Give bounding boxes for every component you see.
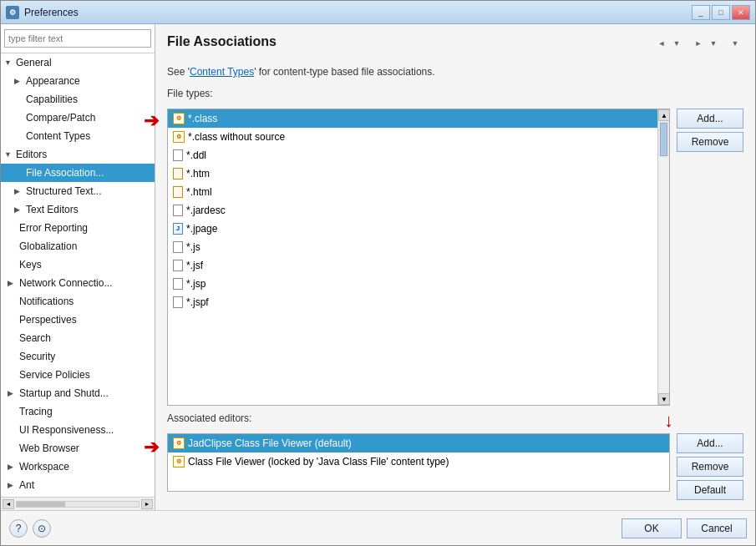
sidebar-item-service-policies[interactable]: ▶ Service Policies — [1, 366, 155, 384]
close-button[interactable]: ✕ — [732, 5, 750, 20]
list-item-label: JadClipse Class File Viewer (default) — [188, 436, 352, 451]
sidebar-item-appearance[interactable]: ▶ Appearance — [1, 72, 155, 90]
assoc-default-button[interactable]: Default — [677, 480, 743, 500]
sidebar-item-label: Web Browser — [19, 441, 79, 456]
list-item[interactable]: *.jspf — [168, 293, 657, 311]
sidebar-item-network[interactable]: ▶ Network Connectio... — [1, 274, 155, 292]
list-item-label: *.html — [186, 185, 212, 200]
sidebar-item-security[interactable]: ▶ Security — [1, 347, 155, 366]
scrollbar-thumb[interactable] — [660, 123, 667, 156]
sidebar-item-workspace[interactable]: ▶ Workspace — [1, 458, 155, 476]
file-types-list-wrap: ⚙ *.class ⚙ *.class without source *.ddl — [167, 109, 670, 406]
search-input[interactable] — [4, 29, 151, 48]
scrollbar-up-btn[interactable]: ▲ — [658, 109, 670, 121]
sidebar-item-startup[interactable]: ▶ Startup and Shutd... — [1, 384, 155, 402]
minimize-button[interactable]: _ — [692, 5, 710, 20]
sidebar-hscrollbar[interactable]: ◄ ► — [1, 497, 155, 510]
help-context-button[interactable]: ⊙ — [33, 519, 51, 538]
sidebar-item-text-editors[interactable]: ▶ Text Editors — [1, 200, 155, 219]
file-types-scrollbar[interactable]: ▲ ▼ — [657, 109, 669, 405]
list-item-label: *.class — [188, 111, 217, 126]
associated-section: ↓ ➔ ⚙ JadClipse Class File Viewer (defau… — [167, 433, 743, 500]
scroll-track — [16, 501, 140, 508]
sidebar-item-perspectives[interactable]: ▶ Perspectives — [1, 311, 155, 329]
file-add-button[interactable]: Add... — [677, 109, 743, 129]
expand-arrow-workspace: ▶ — [8, 459, 18, 474]
titlebar: ⚙ Preferences _ □ ✕ — [1, 1, 755, 24]
cancel-button[interactable]: Cancel — [687, 518, 747, 538]
sidebar-item-error-reporting[interactable]: ▶ Error Reporting — [1, 219, 155, 237]
nav-forward-button[interactable]: ► — [690, 36, 707, 51]
sidebar-item-label: Keys — [19, 257, 42, 272]
sidebar-item-label: Perspectives — [19, 312, 77, 327]
panel-title: File Associations — [167, 34, 277, 49]
sidebar-item-label: UI Responsiveness... — [19, 422, 114, 437]
sidebar-item-ui-responsiveness[interactable]: ▶ UI Responsiveness... — [1, 421, 155, 439]
nav-forward-dropdown[interactable]: ▼ — [708, 36, 718, 51]
list-item[interactable]: ⚙ *.class — [168, 109, 657, 128]
sidebar-item-globalization[interactable]: ▶ Globalization — [1, 237, 155, 255]
sidebar-item-label: General — [16, 55, 52, 70]
sidebar-item-label: Globalization — [19, 239, 77, 254]
associated-editors-list-wrap: ⚙ JadClipse Class File Viewer (default) … — [167, 433, 670, 492]
list-item[interactable]: *.jardesc — [168, 201, 657, 220]
list-item[interactable]: *.html — [168, 183, 657, 201]
nav-back-button[interactable]: ◄ — [653, 36, 670, 51]
list-item[interactable]: ⚙ *.class without source — [168, 128, 657, 146]
sidebar-item-label: Content Types — [26, 129, 90, 144]
sidebar-item-search[interactable]: ▶ Search — [1, 329, 155, 347]
ok-button[interactable]: OK — [622, 518, 682, 538]
list-item[interactable]: *.htm — [168, 164, 657, 183]
window-title: Preferences — [24, 7, 692, 18]
list-item[interactable]: ⚙ JadClipse Class File Viewer (default) — [168, 434, 669, 452]
nav-menu-dropdown[interactable]: ▼ — [727, 36, 743, 51]
sidebar-item-web-browser[interactable]: ▶ Web Browser — [1, 439, 155, 458]
sidebar-item-label: Notifications — [19, 294, 74, 309]
list-item[interactable]: *.ddl — [168, 146, 657, 164]
scrollbar-down-btn[interactable]: ▼ — [658, 393, 670, 405]
sidebar-item-label: Error Reporting — [19, 220, 88, 235]
sidebar-item-content-types[interactable]: ▶ Content Types — [1, 127, 155, 145]
desc-prefix: See ' — [167, 66, 190, 78]
sidebar-item-tracing[interactable]: ▶ Tracing — [1, 402, 155, 421]
sidebar-item-label: Structured Text... — [26, 184, 102, 199]
bottom-left: ? ⊙ — [9, 519, 51, 538]
sidebar-item-ant[interactable]: ▶ Ant — [1, 476, 155, 494]
scroll-thumb — [17, 502, 65, 507]
list-item-label: *.jsf — [186, 258, 203, 273]
list-item[interactable]: *.jsp — [168, 275, 657, 293]
scroll-right-btn[interactable]: ► — [141, 499, 153, 509]
main-content: ▼ General ▶ Appearance ▶ Capabilities ▶ … — [1, 24, 755, 510]
file-icon — [173, 260, 183, 271]
list-item[interactable]: J *.jpage — [168, 220, 657, 238]
sidebar-item-keys[interactable]: ▶ Keys — [1, 255, 155, 274]
toolbar-nav: ◄ ▼ ► ▼ ▼ — [653, 36, 743, 51]
nav-back-dropdown[interactable]: ▼ — [672, 36, 682, 51]
list-item[interactable]: ⚙ Class File Viewer (locked by 'Java Cla… — [168, 452, 669, 471]
expand-arrow-appearance: ▶ — [14, 73, 24, 88]
panel-description: See 'Content Types' for content-type bas… — [167, 66, 743, 78]
assoc-add-button[interactable]: Add... — [677, 433, 743, 453]
assoc-remove-button[interactable]: Remove — [677, 457, 743, 477]
sidebar-item-general[interactable]: ▼ General — [1, 53, 155, 72]
sidebar-item-file-associations[interactable]: ▶ File Association... — [1, 164, 155, 182]
scrollbar-track — [658, 158, 669, 393]
sidebar-item-editors[interactable]: ▼ Editors — [1, 145, 155, 164]
sidebar-item-label: Capabilities — [26, 92, 78, 107]
sidebar-item-capabilities[interactable]: ▶ Capabilities — [1, 90, 155, 109]
file-remove-button[interactable]: Remove — [677, 132, 743, 152]
sidebar-item-notifications[interactable]: ▶ Notifications — [1, 292, 155, 311]
list-item-label: *.jspf — [186, 295, 209, 310]
help-button[interactable]: ? — [9, 519, 28, 538]
sidebar-item-structured-text[interactable]: ▶ Structured Text... — [1, 182, 155, 200]
file-icon — [173, 241, 183, 253]
sidebar-item-label: Appearance — [26, 73, 80, 88]
list-item[interactable]: *.js — [168, 238, 657, 256]
maximize-button[interactable]: □ — [712, 5, 730, 20]
sidebar-item-compare[interactable]: ▶ Compare/Patch — [1, 109, 155, 127]
content-types-link[interactable]: Content Types — [190, 66, 254, 78]
list-item[interactable]: *.jsf — [168, 256, 657, 275]
file-types-list: ⚙ *.class ⚙ *.class without source *.ddl — [168, 109, 657, 405]
sidebar-item-label: Ant — [19, 478, 34, 493]
scroll-left-btn[interactable]: ◄ — [3, 499, 14, 509]
